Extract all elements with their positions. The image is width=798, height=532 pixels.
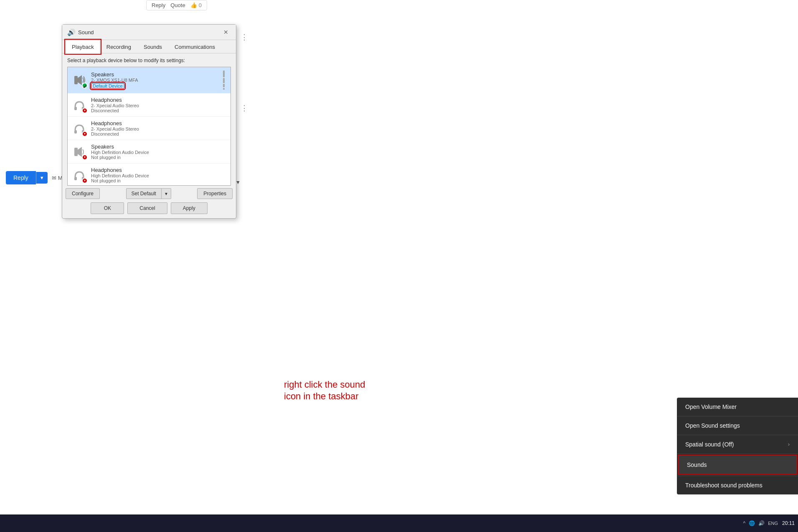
cancel-button[interactable]: Cancel [127, 202, 167, 214]
device-name-headphones-2: Headphones [91, 120, 226, 126]
svg-rect-2 [74, 107, 77, 110]
tab-sounds[interactable]: Sounds [137, 40, 168, 53]
device-badge-red-1: ▼ [82, 108, 88, 113]
annotation-text: right click the sound icon in the taskba… [284, 379, 365, 403]
taskbar-network-icon[interactable]: 🌐 [749, 520, 755, 526]
like-area: 👍 0 [190, 2, 202, 8]
device-sub-headphones-1: 2- Xpecial Audio Stereo [91, 103, 226, 108]
device-item-headphones-notplugged[interactable]: ▼ Headphones High Definition Audio Devic… [68, 164, 231, 186]
device-name-speakers-default: Speakers [91, 71, 219, 78]
taskbar-icons-area: ^ 🌐 🔊 ENG [743, 520, 778, 526]
reply-link[interactable]: Reply [152, 2, 165, 8]
device-info-speakers-default: Speakers 2- XMOS XS1-U8 MFA Default Devi… [91, 71, 219, 89]
sound-dialog-icon: 🔊 [67, 28, 76, 36]
apply-button[interactable]: Apply [171, 202, 208, 214]
device-status-speakers-notplugged: Not plugged in [91, 155, 226, 160]
device-icon-headphones-1: ▼ [72, 98, 87, 113]
device-icon-speakers-default: ✓ [72, 73, 87, 88]
device-sub-speakers-default: 2- XMOS XS1-U8 MFA [91, 78, 219, 83]
annotation-line2: icon in the taskbar [284, 391, 365, 403]
dialog-close-button[interactable]: ✕ [221, 28, 231, 36]
annotation-line1: right click the sound [284, 379, 365, 391]
svg-rect-8 [74, 177, 77, 180]
like-count: 0 [199, 2, 202, 8]
ok-button[interactable]: OK [91, 202, 124, 214]
device-status-headphones-1: Disconnected [91, 108, 226, 113]
device-icon-headphones-2: ▼ [72, 121, 87, 136]
device-name-speakers-notplugged: Speakers [91, 144, 226, 150]
svg-marker-7 [78, 147, 82, 157]
svg-rect-4 [74, 130, 77, 134]
reply-button-main[interactable]: Reply [6, 171, 36, 184]
dialog-top-buttons-row: Configure Set Default ▼ Properties [66, 188, 233, 199]
quote-link[interactable]: Quote [170, 2, 185, 8]
device-badge-red-4: ▼ [82, 178, 88, 184]
dialog-title-area: 🔊 Sound [67, 28, 94, 36]
reply-button-group: Reply ▼ ✉ Ma [6, 171, 66, 184]
context-menu-open-volume-mixer[interactable]: Open Volume Mixer [677, 398, 798, 416]
device-sub-headphones-notplugged: High Definition Audio Device [91, 173, 226, 178]
dialog-tabs: Playback Recording Sounds Communications [62, 40, 236, 53]
device-status-headphones-notplugged: Not plugged in [91, 178, 226, 183]
set-default-dropdown-button[interactable]: ▼ [162, 188, 171, 199]
device-badge-red-2: ▼ [82, 131, 88, 137]
device-info-headphones-1: Headphones 2- Xpecial Audio Stereo Disco… [91, 97, 226, 113]
device-badge-red-3: ▼ [82, 154, 88, 160]
device-item-speakers-notplugged[interactable]: ▼ Speakers High Definition Audio Device … [68, 140, 231, 164]
sound-dialog: 🔊 Sound ✕ Playback Recording Sounds Comm… [62, 24, 236, 219]
reply-button-dropdown[interactable]: ▼ [36, 172, 48, 184]
context-menu-divider-3 [677, 454, 798, 454]
device-info-headphones-notplugged: Headphones High Definition Audio Device … [91, 167, 226, 183]
mail-icon: ✉ [52, 175, 56, 181]
device-list[interactable]: ✓ Speakers 2- XMOS XS1-U8 MFA Default De… [67, 67, 231, 186]
taskbar-eng-label[interactable]: ENG [768, 521, 778, 526]
chevron-right-icon: › [788, 441, 790, 447]
dialog-titlebar: 🔊 Sound ✕ [62, 25, 236, 40]
set-default-button[interactable]: Set Default [126, 188, 162, 199]
context-menu-troubleshoot[interactable]: Troubleshoot sound problems [677, 476, 798, 494]
taskbar-chevron-icon[interactable]: ^ [743, 520, 745, 526]
device-status-headphones-2: Disconnected [91, 131, 226, 136]
post-actions-bar: Reply Quote 👍 0 [146, 0, 207, 10]
device-badge-green: ✓ [82, 83, 88, 88]
context-menu-sounds[interactable]: Sounds [678, 455, 797, 475]
device-name-headphones-notplugged: Headphones [91, 167, 226, 173]
device-info-speakers-notplugged: Speakers High Definition Audio Device No… [91, 144, 226, 160]
more-options-icon-1[interactable]: ⋮ [241, 33, 248, 42]
device-sub-speakers-notplugged: High Definition Audio Device [91, 150, 226, 155]
device-icon-speakers-notplugged: ▼ [72, 144, 87, 159]
taskbar-volume-icon[interactable]: 🔊 [758, 520, 765, 526]
svg-rect-6 [74, 148, 78, 156]
taskbar-time: 20:11 [782, 520, 795, 526]
tab-communications[interactable]: Communications [168, 40, 221, 53]
more-options-icon-2[interactable]: ⋮ [241, 103, 248, 113]
set-default-group: Set Default ▼ [126, 188, 171, 199]
properties-button[interactable]: Properties [197, 188, 233, 199]
svg-rect-0 [74, 76, 78, 84]
device-name-headphones-1: Headphones [91, 97, 226, 103]
device-info-headphones-2: Headphones 2- Xpecial Audio Stereo Disco… [91, 120, 226, 136]
svg-marker-1 [78, 75, 82, 85]
configure-button[interactable]: Configure [66, 188, 100, 199]
device-item-speakers-default[interactable]: ✓ Speakers 2- XMOS XS1-U8 MFA Default De… [68, 67, 231, 93]
dialog-bottom-area: Configure Set Default ▼ Properties OK Ca… [62, 186, 236, 218]
device-item-headphones-1[interactable]: ▼ Headphones 2- Xpecial Audio Stereo Dis… [68, 93, 231, 117]
device-item-headphones-2[interactable]: ▼ Headphones 2- Xpecial Audio Stereo Dis… [68, 117, 231, 140]
thumbs-up-icon[interactable]: 👍 [190, 2, 197, 8]
context-menu: Open Volume Mixer Open Sound settings Sp… [677, 398, 798, 494]
tab-recording[interactable]: Recording [100, 40, 137, 53]
dialog-ok-row: OK Cancel Apply [66, 202, 233, 214]
context-menu-spatial-sound[interactable]: Spatial sound (Off) › [677, 435, 798, 454]
device-icon-headphones-notplugged: ▼ [72, 168, 87, 183]
device-sub-headphones-2: 2- Xpecial Audio Stereo [91, 126, 226, 131]
device-status-speakers-default: Default Device [91, 83, 124, 89]
dialog-content-label: Select a playback device below to modify… [67, 58, 231, 63]
context-menu-open-sound-settings[interactable]: Open Sound settings [677, 416, 798, 435]
dialog-title-text: Sound [78, 29, 94, 35]
tab-playback[interactable]: Playback [66, 40, 100, 53]
taskbar: ^ 🌐 🔊 ENG 20:11 [0, 514, 798, 532]
